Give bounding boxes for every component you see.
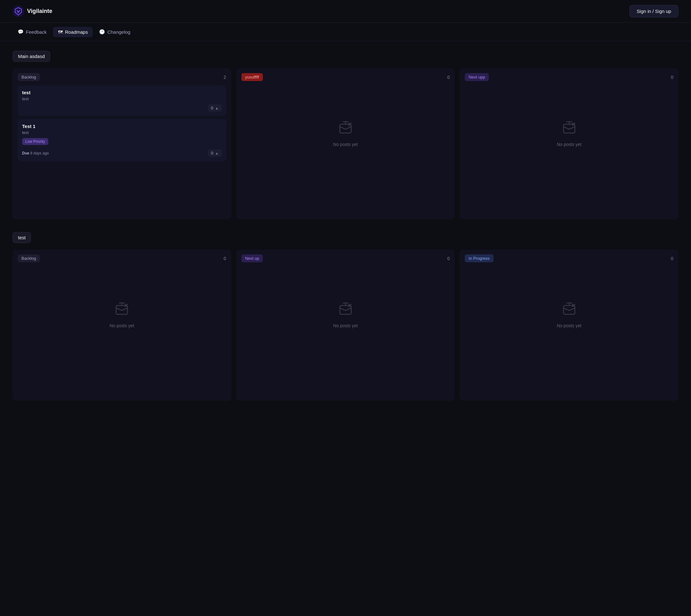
tab-changelog[interactable]: 🕐 Changelog	[94, 26, 135, 37]
column-badge-inprogress: In Progress	[465, 255, 493, 262]
nav-tabs: 💬 Feedback 🗺 Roadmaps 🕐 Changelog	[0, 23, 691, 41]
vote-count-test: 0	[211, 106, 213, 110]
empty-state-backlog-2: No posts yet	[18, 267, 226, 361]
vote-arrow-test1: ▲	[215, 151, 219, 155]
post-card-test[interactable]: test test 0 ▲	[18, 85, 226, 116]
post-title-test: test	[22, 90, 222, 95]
column-header-nextup: Next up 0	[242, 255, 450, 262]
logo-area: Vigilainte	[13, 6, 53, 17]
board-main-asdasd-label: Main asdasd	[13, 51, 50, 62]
tab-feedback-label: Feedback	[26, 29, 47, 35]
tab-roadmaps[interactable]: 🗺 Roadmaps	[53, 27, 93, 37]
tab-changelog-label: Changelog	[107, 29, 130, 35]
roadmap-grid-2: Backlog 0 No posts yet	[13, 249, 678, 401]
column-inprogress: In Progress 0 No posts y	[460, 249, 678, 401]
sign-in-button[interactable]: Sign in / Sign up	[629, 5, 678, 17]
column-count-nextup: 0	[447, 256, 450, 261]
column-header-backlog-2: Backlog 0	[18, 255, 226, 262]
tab-feedback[interactable]: 💬 Feedback	[13, 26, 52, 37]
post-meta-row-test1: Due 8 days ago 0 ▲	[22, 149, 222, 157]
empty-text-yusufffff: No posts yet	[333, 142, 358, 147]
vote-arrow-test: ▲	[215, 106, 219, 110]
column-header-yusufffff: yusufffff 0	[242, 73, 450, 81]
post-footer-test: 0 ▲	[22, 104, 222, 112]
column-count-backlog-2: 0	[224, 256, 226, 261]
column-badge-nextupp: Next upp	[465, 73, 489, 81]
logo-text: Vigilainte	[27, 8, 53, 15]
empty-state-inprogress: No posts yet	[465, 267, 673, 361]
empty-icon-nextup	[337, 300, 354, 319]
column-count-backlog-1: 2	[224, 75, 226, 80]
svg-rect-4	[564, 124, 575, 133]
empty-icon-backlog-2	[113, 300, 131, 319]
empty-state-nextup: No posts yet	[242, 267, 450, 361]
svg-rect-1	[340, 124, 351, 133]
column-badge-yusufffff: yusufffff	[242, 73, 263, 81]
roadmaps-icon: 🗺	[58, 29, 63, 35]
board-test: test Backlog 0	[13, 232, 678, 401]
priority-badge-test1: Low Priority	[22, 138, 48, 145]
post-vote-test[interactable]: 0 ▲	[208, 104, 222, 112]
column-yusufffff: yusufffff 0 No posts yet	[236, 68, 455, 219]
empty-text-nextup: No posts yet	[333, 323, 358, 328]
vote-count-test1: 0	[211, 151, 213, 155]
column-count-nextupp: 0	[671, 75, 673, 80]
post-desc-test1: test	[22, 130, 222, 135]
column-badge-backlog-1: Backlog	[18, 73, 40, 81]
column-backlog-1: Backlog 2 test test 0 ▲ Test	[13, 68, 231, 219]
column-count-inprogress: 0	[671, 256, 673, 261]
post-desc-test: test	[22, 96, 222, 101]
column-nextupp: Next upp 0 No posts yet	[460, 68, 678, 219]
empty-state-yusufffff: No posts yet	[242, 85, 450, 180]
logo-icon	[13, 6, 24, 17]
empty-text-nextupp: No posts yet	[557, 142, 582, 147]
column-backlog-2: Backlog 0 No posts yet	[13, 249, 231, 401]
board-test-label: test	[13, 232, 31, 243]
changelog-icon: 🕐	[99, 29, 105, 35]
column-badge-backlog-2: Backlog	[18, 255, 40, 262]
column-count-yusufffff: 0	[447, 75, 450, 80]
empty-state-nextupp: No posts yet	[465, 85, 673, 180]
header: Vigilainte Sign in / Sign up	[0, 0, 691, 23]
svg-rect-7	[116, 306, 127, 314]
empty-icon-nextupp	[560, 118, 578, 137]
svg-rect-10	[340, 306, 351, 314]
empty-icon-yusufffff	[337, 118, 354, 137]
column-header-nextupp: Next upp 0	[465, 73, 673, 81]
column-badge-nextup: Next up	[242, 255, 263, 262]
column-nextup: Next up 0 No posts yet	[236, 249, 455, 401]
post-card-test1[interactable]: Test 1 test Low Priority Due 8 days ago …	[18, 119, 226, 161]
empty-text-backlog-2: No posts yet	[109, 323, 134, 328]
feedback-icon: 💬	[18, 29, 24, 35]
main-content: Main asdasd Backlog 2 test test 0 ▲	[0, 41, 691, 423]
empty-icon-inprogress	[560, 300, 578, 319]
column-header-inprogress: In Progress 0	[465, 255, 673, 262]
empty-text-inprogress: No posts yet	[557, 323, 582, 328]
column-header-backlog-1: Backlog 2	[18, 73, 226, 81]
board-main-asdasd: Main asdasd Backlog 2 test test 0 ▲	[13, 51, 678, 219]
roadmap-grid-1: Backlog 2 test test 0 ▲ Test	[13, 68, 678, 219]
post-title-test1: Test 1	[22, 124, 222, 129]
post-vote-test1[interactable]: 0 ▲	[208, 149, 222, 157]
due-date-test1: Due 8 days ago	[22, 151, 49, 155]
tab-roadmaps-label: Roadmaps	[65, 29, 88, 35]
svg-rect-13	[564, 306, 575, 314]
